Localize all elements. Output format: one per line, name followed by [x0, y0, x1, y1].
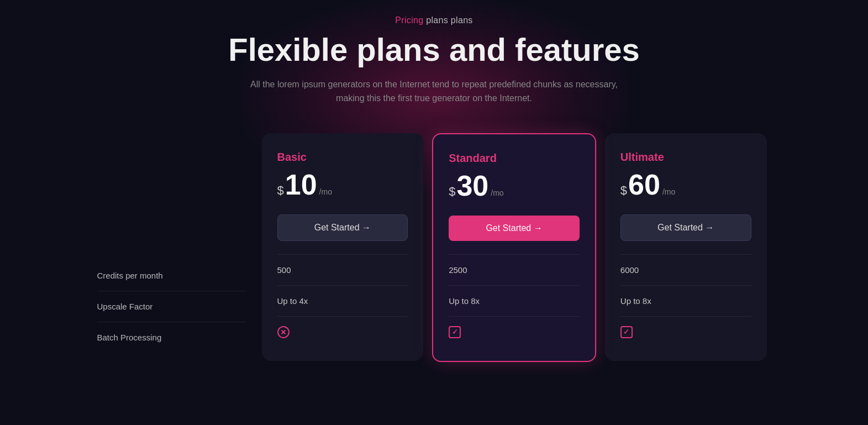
get-started-button-basic[interactable]: Get Started → — [277, 214, 408, 241]
pricing-area: Credits per month Upscale Factor Batch P… — [75, 133, 793, 362]
feature-label-upscale: Upscale Factor — [97, 291, 246, 322]
plan-card-ultimate: Ultimate $ 60 /mo Get Started → 6000 Up … — [605, 133, 767, 361]
credits-value-ultimate: 6000 — [620, 255, 751, 286]
upscale-value-basic: Up to 4x — [277, 286, 408, 317]
plans-container: Basic $ 10 /mo Get Started → 500 Up to 4… — [257, 133, 771, 362]
plan-card-basic: Basic $ 10 /mo Get Started → 500 Up to 4… — [262, 133, 424, 361]
feature-labels-column: Credits per month Upscale Factor Batch P… — [97, 133, 257, 353]
price-amount-basic: 10 — [285, 170, 317, 199]
plans-word: plans — [426, 15, 448, 25]
circle-x-icon-basic — [277, 326, 290, 338]
upscale-value-standard: Up to 8x — [449, 286, 580, 317]
batch-value-basic — [277, 317, 408, 348]
plan-card-standard: Standard $ 30 /mo Get Started → 2500 Up … — [432, 133, 596, 362]
price-dollar-basic: $ — [277, 183, 284, 198]
price-amount-ultimate: 60 — [628, 170, 660, 199]
check-icon-ultimate — [620, 326, 633, 338]
page-wrapper: Pricing plans plans Flexible plans and f… — [0, 0, 868, 362]
feature-values-standard: 2500 Up to 8x — [449, 255, 580, 348]
upscale-value-ultimate: Up to 8x — [620, 286, 751, 317]
batch-value-ultimate — [620, 317, 751, 348]
get-started-button-standard[interactable]: Get Started → — [449, 216, 580, 241]
pricing-word: Pricing — [395, 15, 423, 25]
feature-values-ultimate: 6000 Up to 8x — [620, 255, 751, 348]
page-title: Flexible plans and features — [228, 32, 640, 67]
price-dollar-standard: $ — [449, 185, 455, 199]
price-period-ultimate: /mo — [662, 187, 675, 196]
feature-values-basic: 500 Up to 4x — [277, 255, 408, 348]
price-dollar-ultimate: $ — [620, 183, 627, 198]
plan-name-basic: Basic — [277, 151, 408, 164]
get-started-button-ultimate[interactable]: Get Started → — [620, 214, 751, 241]
check-icon-standard — [449, 326, 461, 338]
pricing-label-container: Pricing plans plans — [395, 15, 472, 25]
feature-label-credits: Credits per month — [97, 260, 246, 291]
plan-name-standard: Standard — [449, 152, 580, 165]
credits-value-basic: 500 — [277, 255, 408, 286]
feature-label-batch: Batch Processing — [97, 322, 246, 353]
plan-name-ultimate: Ultimate — [620, 151, 751, 164]
price-period-standard: /mo — [491, 188, 503, 197]
plan-price-standard: $ 30 /mo — [449, 171, 580, 200]
plan-price-basic: $ 10 /mo — [277, 170, 408, 199]
price-amount-standard: 30 — [456, 171, 488, 200]
page-subtitle: All the lorem ipsum generators on the In… — [246, 77, 622, 106]
batch-value-standard — [449, 317, 580, 348]
price-period-basic: /mo — [319, 187, 332, 196]
plan-price-ultimate: $ 60 /mo — [620, 170, 751, 199]
credits-value-standard: 2500 — [449, 255, 580, 286]
pricing-label: Pricing plans plans — [395, 15, 472, 25]
